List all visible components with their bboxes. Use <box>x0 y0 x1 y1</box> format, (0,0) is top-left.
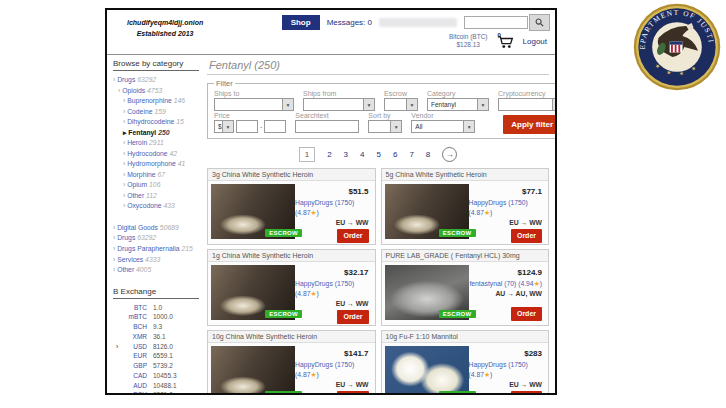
sidebar-category-item[interactable]: Dihydrocodeine 15 <box>123 117 200 128</box>
searchtext-input[interactable] <box>295 120 359 133</box>
exchange-row: CAD 10455.3 <box>113 371 200 381</box>
sidebar-category-item[interactable]: Drugs Paraphernalia 215 <box>113 244 200 255</box>
page-number[interactable]: 7 <box>409 150 413 159</box>
search-icon <box>535 18 544 27</box>
sidebar-category-item[interactable]: Oxycodone 433 <box>123 201 200 212</box>
sort-by-select[interactable]: ▼ <box>368 120 402 133</box>
currency-value: 9.3 <box>153 322 162 332</box>
vendor-link[interactable]: HappyDrugs (1750) (4.87★) <box>295 360 369 380</box>
cryptocurrency-select[interactable]: ▼ <box>498 98 555 111</box>
ships-to-select[interactable]: ▼ <box>214 98 294 111</box>
sidebar-category-item[interactable]: Fentanyl 250 <box>123 128 200 139</box>
escrow-select[interactable]: ▼ <box>384 98 418 111</box>
page-number[interactable]: 1 <box>299 147 315 162</box>
cart-button[interactable]: 0 <box>497 34 514 49</box>
page-number[interactable]: 8 <box>426 150 430 159</box>
product-title[interactable]: 3g China White Synthetic Heroin <box>208 169 375 181</box>
marketplace-window: lchudifyeqm4ldjj.onion Established 2013 … <box>105 8 557 395</box>
sidebar-category-item[interactable]: Other 4005 <box>113 265 200 276</box>
order-button[interactable]: Order <box>511 391 542 395</box>
messages-link[interactable]: Messages: 0 <box>327 18 372 27</box>
page-number-label: 6 <box>393 150 397 159</box>
product-image[interactable]: ESCROW <box>385 346 469 395</box>
bitcoin-rate: Bitcoin (BTC) $128.13 <box>449 33 488 49</box>
sidebar-category-item[interactable]: Opioids 4753 <box>118 86 200 97</box>
vendor-select-value: All <box>412 123 422 130</box>
sidebar-category-item[interactable]: Codeine 159 <box>123 107 200 118</box>
category-count: 106 <box>149 181 160 188</box>
product-image[interactable]: ESCROW <box>385 184 469 239</box>
site-onion-address: lchudifyeqm4ldjj.onion <box>127 17 203 28</box>
header-bottom-row: Bitcoin (BTC) $128.13 0 Logout <box>449 33 547 49</box>
product-image[interactable]: ESCROW <box>211 346 295 395</box>
sidebar-category-item[interactable]: Buprenorphine 146 <box>123 96 200 107</box>
vendor-link[interactable]: HappyDrugs (1750) (4.87★) <box>295 279 369 299</box>
product-title[interactable]: 5g China White Synthetic Heroin <box>382 169 549 181</box>
category-count: 146 <box>174 97 185 104</box>
category-count: 4333 <box>145 256 160 263</box>
sidebar-category-item[interactable]: Other 112 <box>123 191 200 202</box>
page-number-label: 7 <box>409 150 413 159</box>
page-number[interactable]: 6 <box>393 150 397 159</box>
page-number[interactable]: 5 <box>377 150 381 159</box>
product-image[interactable]: ESCROW <box>385 265 469 320</box>
product-title[interactable]: 10g China White Synthetic Heroin <box>208 331 375 343</box>
sidebar-category-item[interactable]: Hydrocodone 42 <box>123 149 200 160</box>
page-number[interactable]: 2 <box>327 150 331 159</box>
vendor-rating-close: ) <box>490 209 492 216</box>
order-button[interactable]: Order <box>337 229 368 244</box>
sidebar-category-item[interactable]: Drugs 63292 <box>113 233 200 244</box>
ships-from-select[interactable]: ▼ <box>303 98 375 111</box>
page-number[interactable]: 4 <box>360 150 364 159</box>
product-card-body: ESCROW $141.7 HappyDrugs (1750) (4.87★) … <box>208 343 375 395</box>
logout-link[interactable]: Logout <box>523 37 547 46</box>
exchange-row: mBCH 9321.0 <box>113 390 200 395</box>
site-established: Established 2013 <box>127 28 203 39</box>
vendor-link[interactable]: HappyDrugs (1750) (4.87★) <box>295 198 369 218</box>
searchtext-label: Searchtext <box>295 112 359 119</box>
category-count: 250 <box>158 129 169 136</box>
currency-value: 1000.0 <box>153 312 173 322</box>
search-input[interactable] <box>464 16 528 29</box>
product-card-body: ESCROW $32.17 HappyDrugs (1750) (4.87★) … <box>208 262 375 325</box>
sidebar-category-item[interactable]: Hydromorphone 41 <box>123 159 200 170</box>
vendor-link[interactable]: HappyDrugs (1750) (4.87★) <box>469 198 543 218</box>
sidebar-category-item[interactable]: Opium 106 <box>123 180 200 191</box>
sidebar-category-item[interactable]: Services 4333 <box>113 255 200 266</box>
vendor-link[interactable]: fentastynal (70) (4.94★) <box>469 279 542 289</box>
page-number[interactable]: 3 <box>344 150 348 159</box>
product-title[interactable]: 10g Fu-F 1:10 Mannitol <box>382 331 549 343</box>
order-button[interactable]: Order <box>511 229 542 244</box>
product-image[interactable]: ESCROW <box>211 265 295 320</box>
apply-filter-button[interactable]: Apply filter <box>503 115 555 134</box>
currency-value: 10488.1 <box>153 381 177 391</box>
price-max-input[interactable] <box>264 120 286 133</box>
currency-value: 8126.0 <box>153 342 173 352</box>
product-price: $283 <box>524 348 542 360</box>
next-page-button[interactable]: → <box>442 147 457 162</box>
product-title[interactable]: 1g China White Synthetic Heroin <box>208 250 375 262</box>
product-title[interactable]: PURE LAB_GRADE ( Fentanyl HCL) 30mg <box>382 250 549 262</box>
vendor-link[interactable]: HappyDrugs (1750) (4.87★) <box>469 360 543 380</box>
page-number-label: 5 <box>377 150 381 159</box>
order-button[interactable]: Order <box>337 310 368 325</box>
doj-seal: DEPARTMENT OF JUSTICE ★ ★ ★ ★ <box>631 1 723 93</box>
search-button[interactable] <box>529 14 550 31</box>
vendor-select[interactable]: All▼ <box>411 120 475 133</box>
sidebar-category-item[interactable]: Morphine 67 <box>123 170 200 181</box>
escrow-badge: ESCROW <box>265 310 302 318</box>
shop-button[interactable]: Shop <box>282 15 320 30</box>
sidebar-category-item[interactable]: Heroin 2911 <box>123 138 200 149</box>
sidebar-category-item[interactable]: Digital Goods 50689 <box>113 223 200 234</box>
category-select[interactable]: Fentanyl▼ <box>427 98 489 111</box>
price-range-dash: - <box>260 123 262 130</box>
price-currency-select[interactable]: $▼ <box>214 120 234 133</box>
sidebar-category-item[interactable]: Drugs 63292 <box>113 75 200 86</box>
product-card-body: ESCROW $77.1 HappyDrugs (1750) (4.87★) E… <box>382 181 549 244</box>
shipping-route: EU → WW <box>509 218 542 228</box>
price-min-input[interactable] <box>236 120 258 133</box>
product-image[interactable]: ESCROW <box>211 184 295 239</box>
order-button[interactable]: Order <box>511 307 542 322</box>
order-button[interactable]: Order <box>337 391 368 395</box>
escrow-badge: ESCROW <box>265 229 302 237</box>
